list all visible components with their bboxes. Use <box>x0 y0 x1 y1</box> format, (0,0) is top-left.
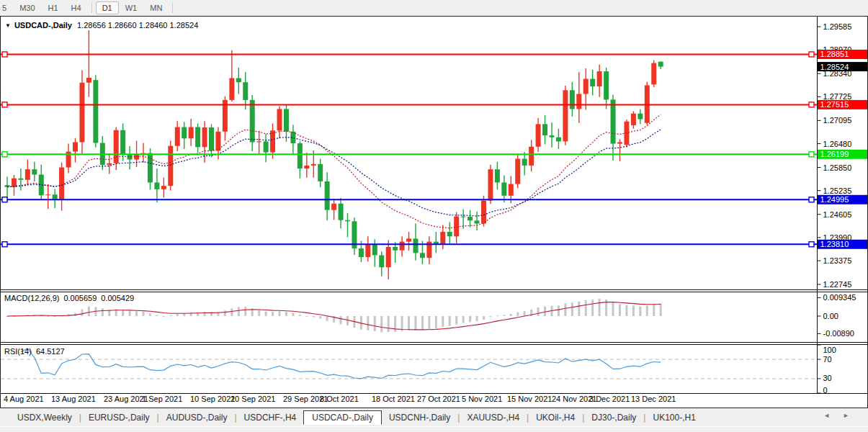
price-tick-label: 1.25235 <box>823 186 852 195</box>
timeframe-toolbar: 5M30H1H4D1W1MN <box>0 0 868 16</box>
candle-body <box>372 245 377 256</box>
line-handle[interactable] <box>2 52 7 57</box>
timeframe-button-mn[interactable]: MN <box>143 1 169 14</box>
line-handle[interactable] <box>2 242 7 247</box>
rsi-tick-label: 30 <box>823 374 832 382</box>
candle-body <box>563 90 568 141</box>
macd-histogram-bar <box>279 311 281 316</box>
macd-histogram-bar <box>176 314 179 316</box>
macd-histogram-bar <box>401 316 403 331</box>
candle-body <box>325 181 330 210</box>
macd-histogram-bar <box>524 311 526 316</box>
macd-histogram-bar <box>156 315 158 316</box>
macd-value-signal: 0.005429 <box>101 294 134 302</box>
candle-body <box>461 217 466 217</box>
candle-body <box>114 130 119 163</box>
candle-body <box>590 79 595 86</box>
candle-body <box>256 141 261 142</box>
candle-body <box>277 109 282 130</box>
rsi-line <box>21 348 661 379</box>
tab-dj30-daily[interactable]: DJ30-,Daily <box>584 410 643 425</box>
line-handle[interactable] <box>809 152 814 157</box>
tab-eurusd-daily[interactable]: EURUSD-,Daily <box>81 410 157 425</box>
candle-body <box>637 114 643 120</box>
macd-histogram-bar <box>639 307 641 316</box>
candle-body <box>345 220 350 222</box>
tab-scroll-arrows: ◄► <box>823 412 862 419</box>
macd-histogram-bar <box>585 300 587 316</box>
candle-body <box>413 238 419 253</box>
macd-histogram-bar <box>544 307 546 316</box>
line-handle[interactable] <box>809 102 814 107</box>
macd-histogram-bar <box>537 307 540 316</box>
timeframe-button-d1[interactable]: D1 <box>96 1 119 14</box>
tab-scroll-left-icon[interactable]: ◄ <box>823 412 843 419</box>
tab-usdx-weekly[interactable]: USDX,Weekly <box>10 410 79 425</box>
timeframe-button-5[interactable]: 5 <box>0 1 13 14</box>
line-handle[interactable] <box>2 197 7 202</box>
candle-body <box>536 124 541 146</box>
macd-histogram-bar <box>135 311 138 316</box>
tab-audusd-daily[interactable]: AUDUSD-,Daily <box>159 410 235 425</box>
macd-histogram-bar <box>571 302 573 316</box>
line-handle[interactable] <box>809 52 814 57</box>
macd-histogram-bar <box>319 316 321 319</box>
tab-scroll-right-icon[interactable]: ► <box>843 412 862 419</box>
candle-body <box>215 132 220 151</box>
date-label: 20 Sep 2021 <box>231 395 275 403</box>
macd-histogram-bar <box>442 316 444 327</box>
tab-usdcnh-daily[interactable]: USDCNH-,Daily <box>382 410 457 425</box>
line-handle[interactable] <box>809 197 814 202</box>
candle-body <box>161 186 166 189</box>
macd-histogram-bar <box>421 316 424 330</box>
date-label: 27 Oct 2021 <box>417 395 460 403</box>
date-label: 3 Dec 2021 <box>589 395 630 403</box>
macd-histogram-bar <box>374 316 376 331</box>
line-handle[interactable] <box>2 102 7 107</box>
line-handle[interactable] <box>2 152 7 157</box>
macd-histogram-bar <box>129 311 131 316</box>
date-label: 10 Sep 2021 <box>190 395 235 403</box>
timeframe-button-w1[interactable]: W1 <box>119 1 144 14</box>
candle-body <box>393 247 398 251</box>
macd-histogram-bar <box>578 302 580 316</box>
date-label: 18 Oct 2021 <box>372 395 415 403</box>
macd-histogram-bar <box>299 315 301 316</box>
candle-body <box>202 127 207 147</box>
macd-histogram-bar <box>558 305 560 316</box>
candle-body <box>120 130 125 154</box>
macd-histogram-bar <box>163 316 165 317</box>
macd-histogram-bar <box>326 316 328 321</box>
macd-histogram-bar <box>394 316 396 332</box>
candle-body <box>175 127 180 146</box>
tab-usdchf-h4[interactable]: USDCHF-,H4 <box>237 410 304 425</box>
candle-body <box>250 100 255 143</box>
candle-body <box>454 217 459 237</box>
candle-body <box>331 204 336 210</box>
macd-histogram-bar <box>510 314 512 316</box>
candle-body <box>604 71 609 99</box>
candle-body <box>550 135 555 138</box>
timeframe-button-m30[interactable]: M30 <box>13 1 41 14</box>
timeframe-button-h4[interactable]: H4 <box>65 1 88 14</box>
chart-window: 1.295851.289701.283401.277251.270951.264… <box>0 16 868 408</box>
tab-xauusd-h4[interactable]: XAUUSD-,H4 <box>460 410 527 425</box>
macd-histogram-bar <box>149 313 151 316</box>
macd-histogram-bar <box>660 304 662 316</box>
macd-histogram-bar <box>428 316 430 329</box>
timeframe-buttons: 5M30H1H4D1W1MN <box>0 1 176 14</box>
line-handle[interactable] <box>809 242 814 247</box>
candle-body <box>18 179 23 180</box>
candle-body <box>583 79 589 94</box>
macd-histogram-bar <box>599 299 601 316</box>
tab-ukoil-h4[interactable]: UKOil-,H4 <box>529 410 582 425</box>
price-flag-label: 1.23810 <box>820 240 849 248</box>
date-label: 4 Aug 2021 <box>4 395 44 403</box>
tab-uk100-h1[interactable]: UK100-,H1 <box>645 410 702 425</box>
chart-tabs: USDX,Weekly|EURUSD-,Daily|AUDUSD-,Daily|… <box>10 410 703 425</box>
macd-histogram-bar <box>224 310 226 316</box>
timeframe-button-h1[interactable]: H1 <box>42 1 65 14</box>
macd-histogram-bar <box>625 305 627 316</box>
tab-usdcad-daily[interactable]: USDCAD-,Daily <box>303 410 382 425</box>
chart-menu-icon[interactable]: ▼ <box>5 22 11 29</box>
